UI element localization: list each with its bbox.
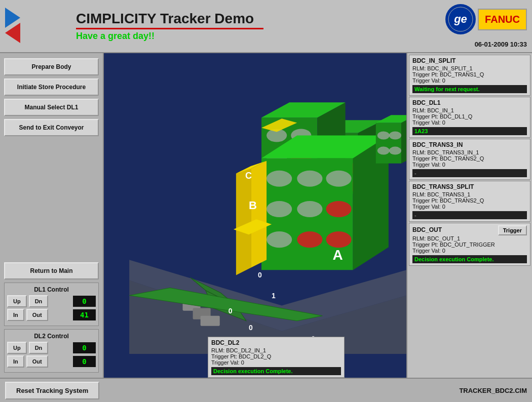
bdc-dl2-trigger-val: Trigger Val: 0 bbox=[211, 359, 341, 366]
bdc-dl1-card: BDC_DL1 RLM: BDC_IN_1 Trigger Pt: BDC_DL… bbox=[409, 97, 530, 138]
send-exit-btn[interactable]: Send to Exit Conveyor bbox=[4, 119, 99, 136]
svg-text:0: 0 bbox=[229, 307, 233, 315]
svg-point-33 bbox=[326, 171, 351, 187]
bdc-out-title: BDC_OUT bbox=[412, 226, 442, 233]
dl1-up-btn[interactable]: Up bbox=[7, 295, 27, 307]
dl1-dn-btn[interactable]: Dn bbox=[29, 295, 49, 307]
bdc-out-card: BDC_OUT Trigger RLM: BDC_OUT_1 Trigger P… bbox=[409, 223, 530, 266]
dl1-control: DL1 Control Up Dn 0 In Out 41 bbox=[4, 283, 99, 326]
bdc-dl1-title: BDC_DL1 bbox=[412, 99, 527, 106]
dl1-in-btn[interactable]: In bbox=[7, 309, 24, 321]
svg-point-38 bbox=[297, 231, 322, 248]
bdc-dl2-trigger-pt: Trigger Pt: BDC_DL2_Q bbox=[211, 353, 341, 359]
app-title: CIMPLICITY Tracker Demo bbox=[76, 11, 263, 27]
bdc-dl2-card: BDC_DL2 RLM: BDC_DL2_IN_1 Trigger Pt: BD… bbox=[208, 337, 345, 378]
svg-point-39 bbox=[326, 231, 351, 248]
right-panel: BDC_IN_SPLIT RLM: BDC_IN_SPLIT_1 Trigger… bbox=[406, 53, 532, 378]
brand-area: ge FANUC bbox=[445, 4, 527, 34]
bdc-in-split-status: Waiting for next request. bbox=[412, 85, 527, 93]
main-layout: Prepare Body Initiate Store Procedure Ma… bbox=[0, 53, 532, 378]
dl1-val1: 0 bbox=[73, 296, 96, 307]
dl2-out-btn[interactable]: Out bbox=[26, 355, 48, 368]
svg-text:B: B bbox=[249, 199, 257, 212]
logo-area bbox=[5, 7, 43, 45]
svg-marker-41 bbox=[251, 161, 267, 268]
dl2-row2: In Out 0 bbox=[7, 355, 96, 368]
bdc-dl1-rlm: RLM: BDC_IN_1 bbox=[412, 107, 527, 113]
svg-point-53 bbox=[377, 147, 390, 155]
bdc-trans3-in-title: BDC_TRANS3_IN bbox=[412, 141, 527, 148]
reset-tracking-btn[interactable]: Reset Tracking System bbox=[5, 382, 99, 399]
svg-point-37 bbox=[267, 231, 292, 248]
bdc-dl2-rlm: RLM: BDC_DL2_IN_1 bbox=[211, 347, 341, 353]
tracker-label: TRACKER_BDC2.CIM bbox=[459, 387, 527, 394]
svg-point-32 bbox=[297, 171, 322, 187]
svg-text:C: C bbox=[245, 171, 252, 181]
bdc-dl2-title: BDC_DL2 bbox=[211, 339, 341, 346]
bdc-trans3-in-trigger-pt: Trigger Pt: BDC_TRANS2_Q bbox=[412, 155, 527, 162]
svg-rect-9 bbox=[201, 316, 220, 326]
svg-text:0: 0 bbox=[258, 271, 262, 279]
datetime: 06-01-2009 10:33 bbox=[475, 41, 527, 48]
dl1-title: DL1 Control bbox=[7, 286, 96, 293]
manual-select-dl1-btn[interactable]: Manual Select DL1 bbox=[4, 99, 99, 116]
bdc-trans3-split-card: BDC_TRANS3_SPLIT RLM: BDC_TRANS3_1 Trigg… bbox=[409, 181, 530, 222]
bdc-trans3-in-card: BDC_TRANS3_IN RLM: BDC_TRANS3_IN_1 Trigg… bbox=[409, 139, 530, 180]
dl1-val2: 41 bbox=[73, 309, 96, 320]
dl2-up-btn[interactable]: Up bbox=[7, 342, 27, 354]
return-to-main-btn[interactable]: Return to Main bbox=[4, 262, 99, 279]
svg-point-34 bbox=[267, 201, 292, 217]
bdc-trans3-split-title: BDC_TRANS3_SPLIT bbox=[412, 183, 527, 190]
initiate-store-btn[interactable]: Initiate Store Procedure bbox=[4, 78, 99, 96]
svg-marker-48 bbox=[376, 123, 401, 163]
fanuc-logo: FANUC bbox=[478, 9, 527, 30]
title-block: CIMPLICITY Tracker Demo Have a great day… bbox=[76, 11, 263, 42]
bdc-in-split-rlm: RLM: BDC_IN_SPLIT_1 bbox=[412, 65, 527, 71]
bdc-out-status: Decision execution Complete. bbox=[412, 255, 527, 263]
bdc-out-trigger-btn[interactable]: Trigger bbox=[498, 225, 527, 235]
bottom-bar: Reset Tracking System TRACKER_BDC2.CIM bbox=[0, 378, 532, 402]
bdc-dl1-trigger-val: Trigger Val: 0 bbox=[412, 119, 527, 126]
bdc-dl1-status: 1A23 bbox=[412, 127, 527, 135]
svg-point-54 bbox=[389, 147, 401, 155]
dl1-out-btn[interactable]: Out bbox=[26, 309, 48, 321]
svg-point-51 bbox=[377, 131, 390, 139]
dl2-dn-btn[interactable]: Dn bbox=[29, 342, 49, 354]
svg-text:0: 0 bbox=[249, 324, 253, 332]
dl1-row2: In Out 41 bbox=[7, 309, 96, 321]
svg-point-35 bbox=[297, 201, 322, 217]
dl2-row1: Up Dn 0 bbox=[7, 342, 96, 354]
bdc-in-split-card: BDC_IN_SPLIT RLM: BDC_IN_SPLIT_1 Trigger… bbox=[409, 55, 530, 96]
bdc-out-trigger-pt: Trigger Pt: BDC_OUT_TRIGGER bbox=[412, 242, 527, 248]
svg-text:1: 1 bbox=[272, 292, 276, 300]
dl2-in-btn[interactable]: In bbox=[7, 355, 24, 368]
bdc-in-split-title: BDC_IN_SPLIT bbox=[412, 57, 527, 64]
bdc-dl1-trigger-pt: Trigger Pt: BDC_DL1_Q bbox=[412, 113, 527, 119]
prepare-body-btn[interactable]: Prepare Body bbox=[4, 58, 99, 75]
svg-text:A: A bbox=[332, 247, 343, 263]
svg-marker-42 bbox=[236, 166, 251, 275]
dl1-row1: Up Dn 0 bbox=[7, 295, 96, 307]
sidebar: Prepare Body Initiate Store Procedure Ma… bbox=[0, 53, 104, 378]
bdc-trans3-in-rlm: RLM: BDC_TRANS3_IN_1 bbox=[412, 149, 527, 155]
bdc-out-rlm: RLM: BDC_OUT_1 bbox=[412, 235, 527, 242]
svg-point-36 bbox=[326, 201, 351, 217]
header: CIMPLICITY Tracker Demo Have a great day… bbox=[0, 0, 532, 53]
bdc-trans3-split-trigger-val: Trigger Val: 0 bbox=[412, 204, 527, 210]
bdc-trans3-in-status: - bbox=[412, 169, 527, 177]
bdc-in-split-trigger-val: Trigger Val: 0 bbox=[412, 77, 527, 84]
bdc-in-split-trigger-pt: Trigger Pt: BDC_TRANS1_Q bbox=[412, 71, 527, 77]
title-underline bbox=[76, 28, 263, 29]
dl2-val2: 0 bbox=[73, 356, 96, 367]
bdc-trans3-split-rlm: RLM: BDC_TRANS3_1 bbox=[412, 191, 527, 197]
svg-point-52 bbox=[389, 131, 401, 139]
dl2-control: DL2 Control Up Dn 0 In Out 0 bbox=[4, 329, 99, 373]
bdc-trans3-split-trigger-pt: Trigger Pt: BDC_TRANS2_Q bbox=[412, 197, 527, 204]
dl2-val1: 0 bbox=[73, 342, 96, 353]
bdc-trans3-split-status: - bbox=[412, 211, 527, 219]
visualization-area: A B C bbox=[104, 53, 406, 378]
bdc-dl2-status: Decision execution Complete. bbox=[211, 367, 341, 375]
svg-text:ge: ge bbox=[453, 13, 467, 25]
header-subtitle: Have a great day!! bbox=[76, 31, 263, 42]
bdc-trans3-in-trigger-val: Trigger Val: 0 bbox=[412, 162, 527, 168]
